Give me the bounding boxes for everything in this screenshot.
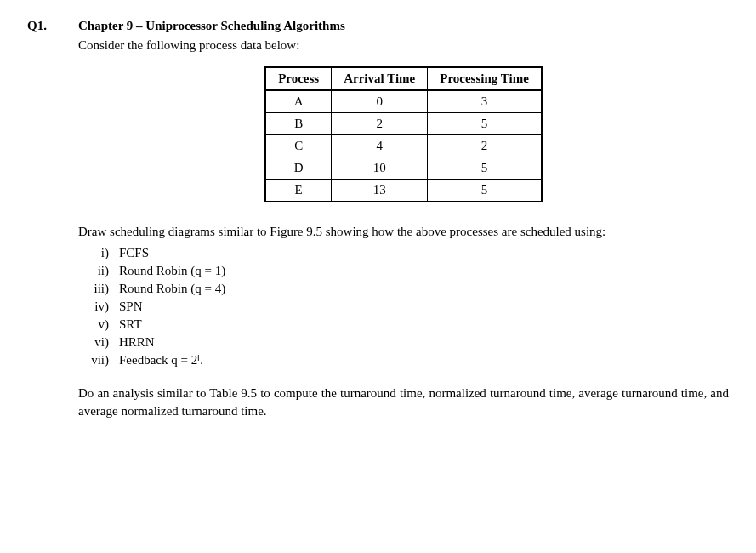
question-body: Chapter 9 – Uniprocessor Scheduling Algo… bbox=[78, 17, 729, 420]
list-item: vii) Feedback q = 2ⁱ. bbox=[78, 351, 729, 369]
cell-process: D bbox=[265, 157, 332, 180]
cell-process: C bbox=[265, 135, 332, 157]
list-text: SPN bbox=[119, 298, 143, 316]
cell-arrival: 2 bbox=[332, 113, 428, 135]
roman-numeral: v) bbox=[78, 316, 109, 334]
cell-arrival: 0 bbox=[332, 90, 428, 113]
table-row: E 13 5 bbox=[265, 180, 542, 202]
roman-numeral: i) bbox=[78, 244, 109, 262]
cell-process: B bbox=[265, 113, 332, 135]
cell-arrival: 10 bbox=[332, 157, 428, 180]
chapter-title: Chapter 9 – Uniprocessor Scheduling Algo… bbox=[78, 17, 729, 35]
process-table: Process Arrival Time Processing Time A 0… bbox=[264, 66, 543, 202]
list-item: v) SRT bbox=[78, 316, 729, 334]
col-arrival: Arrival Time bbox=[332, 67, 428, 90]
roman-numeral: iv) bbox=[78, 298, 109, 316]
cell-arrival: 13 bbox=[332, 180, 428, 202]
list-text: FCFS bbox=[119, 244, 149, 262]
question-number: Q1. bbox=[27, 17, 61, 35]
analysis-instruction: Do an analysis similar to Table 9.5 to c… bbox=[78, 385, 729, 420]
table-row: C 4 2 bbox=[265, 135, 542, 157]
table-row: D 10 5 bbox=[265, 157, 542, 180]
roman-numeral: iii) bbox=[78, 280, 109, 298]
list-text: HRRN bbox=[119, 334, 155, 351]
list-text: SRT bbox=[119, 316, 142, 334]
list-item: ii) Round Robin (q = 1) bbox=[78, 262, 729, 280]
cell-process: A bbox=[265, 90, 332, 113]
cell-processing: 2 bbox=[428, 135, 542, 157]
cell-process: E bbox=[265, 180, 332, 202]
roman-numeral: vi) bbox=[78, 334, 109, 351]
roman-numeral: vii) bbox=[78, 351, 109, 369]
roman-numeral: ii) bbox=[78, 262, 109, 280]
draw-instruction: Draw scheduling diagrams similar to Figu… bbox=[78, 223, 729, 241]
cell-processing: 3 bbox=[428, 90, 542, 113]
list-item: vi) HRRN bbox=[78, 334, 729, 351]
cell-processing: 5 bbox=[428, 113, 542, 135]
cell-processing: 5 bbox=[428, 157, 542, 180]
list-item: i) FCFS bbox=[78, 244, 729, 262]
intro-text: Consider the following process data belo… bbox=[78, 37, 729, 54]
list-text: Round Robin (q = 1) bbox=[119, 262, 225, 280]
question-block: Q1. Chapter 9 – Uniprocessor Scheduling … bbox=[27, 17, 729, 420]
table-row: A 0 3 bbox=[265, 90, 542, 113]
list-text: Round Robin (q = 4) bbox=[119, 280, 225, 298]
list-item: iii) Round Robin (q = 4) bbox=[78, 280, 729, 298]
col-process: Process bbox=[265, 67, 332, 90]
cell-arrival: 4 bbox=[332, 135, 428, 157]
table-header-row: Process Arrival Time Processing Time bbox=[265, 67, 542, 90]
list-text: Feedback q = 2ⁱ. bbox=[119, 351, 203, 369]
list-item: iv) SPN bbox=[78, 298, 729, 316]
col-processing: Processing Time bbox=[428, 67, 542, 90]
scheduling-list: i) FCFS ii) Round Robin (q = 1) iii) Rou… bbox=[78, 244, 729, 369]
cell-processing: 5 bbox=[428, 180, 542, 202]
table-row: B 2 5 bbox=[265, 113, 542, 135]
